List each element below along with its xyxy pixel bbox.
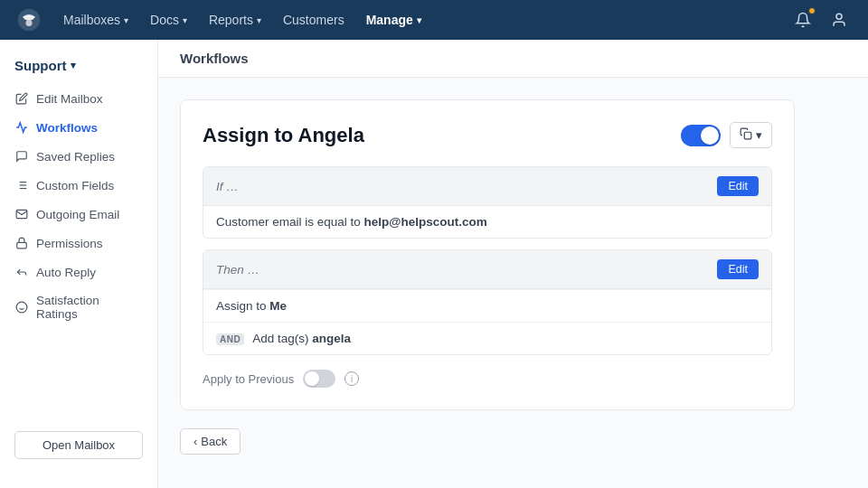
chevron-down-icon: ▾ [417,15,421,25]
svg-rect-13 [744,132,751,139]
chevron-down-icon: ▾ [756,128,762,142]
sidebar-item-satisfaction-ratings[interactable]: Satisfaction Ratings [0,286,157,328]
then-section-header: Then … Edit [203,250,771,289]
nav-manage[interactable]: Manage ▾ [357,7,430,33]
workflow-icon [14,120,29,135]
apply-to-previous-label: Apply to Previous [203,372,294,386]
open-mailbox-button[interactable]: Open Mailbox [14,431,143,459]
toggle-thumb [701,127,719,145]
custom-fields-icon [14,178,29,192]
if-label: If … [216,180,239,193]
sidebar-item-auto-reply[interactable]: Auto Reply [0,258,157,286]
sidebar-item-workflows[interactable]: Workflows [0,113,157,142]
workflow-controls: ▾ [681,122,772,148]
sidebar-heading[interactable]: Support ▾ [0,54,157,84]
sidebar-item-custom-fields[interactable]: Custom Fields [0,171,157,200]
notification-badge [808,7,816,14]
workflow-toggle[interactable] [681,125,721,146]
chevron-down-icon: ▾ [71,60,76,71]
nav-docs[interactable]: Docs ▾ [141,7,196,33]
copy-dropdown-button[interactable]: ▾ [730,122,772,148]
svg-rect-9 [17,242,27,248]
sidebar: Support ▾ Edit Mailbox Workflows [0,40,158,488]
apply-to-previous-row: Apply to Previous i [203,370,772,388]
then-label: Then … [216,263,259,277]
info-icon[interactable]: i [344,371,359,386]
condition-text: Customer email is equal to help@helpscou… [216,215,487,229]
satisfaction-icon [14,300,29,314]
edit-icon [14,91,29,106]
sidebar-item-label: Permissions [36,237,103,250]
workflow-card: Assign to Angela ▾ [180,99,795,410]
sidebar-item-label: Saved Replies [36,150,115,164]
back-button[interactable]: ‹ Back [180,428,241,455]
sidebar-item-edit-mailbox[interactable]: Edit Mailbox [0,84,157,113]
if-section: If … Edit Customer email is equal to hel… [203,166,772,239]
sidebar-item-outgoing-email[interactable]: Outgoing Email [0,200,157,229]
page-breadcrumb: Workflows [158,40,868,78]
nav-customers[interactable]: Customers [274,7,354,33]
brand-logo[interactable] [14,5,43,34]
nav-mailboxes[interactable]: Mailboxes ▾ [54,7,137,33]
sidebar-item-saved-replies[interactable]: Saved Replies [0,142,157,171]
sidebar-item-label: Satisfaction Ratings [36,294,143,321]
edit-if-button[interactable]: Edit [717,176,759,196]
main-content: Workflows Assign to Angela [158,40,868,488]
condition-row: Customer email is equal to help@helpscou… [203,206,771,238]
svg-point-10 [16,302,27,313]
profile-button[interactable] [825,5,854,34]
auto-reply-icon [14,265,29,279]
saved-replies-icon [14,149,29,164]
chevron-down-icon: ▾ [183,15,187,25]
then-section: Then … Edit Assign to Me AND Add tag(s) … [203,249,772,355]
svg-point-2 [836,14,842,19]
permissions-icon [14,236,29,250]
sidebar-item-label: Workflows [36,121,98,135]
chevron-down-icon: ▾ [257,15,261,25]
back-chevron-icon: ‹ [193,435,197,448]
and-badge: AND [216,333,244,345]
if-section-header: If … Edit [203,167,771,206]
edit-then-button[interactable]: Edit [717,259,759,279]
notifications-button[interactable] [788,5,817,34]
outgoing-email-icon [14,207,29,221]
workflow-title: Assign to Angela [203,124,364,147]
sidebar-item-permissions[interactable]: Permissions [0,229,157,258]
nav-reports[interactable]: Reports ▾ [200,7,270,33]
sidebar-item-label: Custom Fields [36,179,114,192]
sidebar-item-label: Edit Mailbox [36,92,103,106]
svg-point-1 [26,20,33,26]
apply-to-previous-toggle[interactable] [303,370,335,388]
action-row-tag: AND Add tag(s) angela [203,322,771,354]
sidebar-item-label: Outgoing Email [36,208,119,221]
chevron-down-icon: ▾ [124,15,128,25]
top-nav: Mailboxes ▾ Docs ▾ Reports ▾ Customers M… [0,0,868,40]
action-row-assign: Assign to Me [203,289,771,322]
copy-icon [740,127,752,143]
sidebar-item-label: Auto Reply [36,266,96,279]
mini-toggle-thumb [305,371,319,386]
